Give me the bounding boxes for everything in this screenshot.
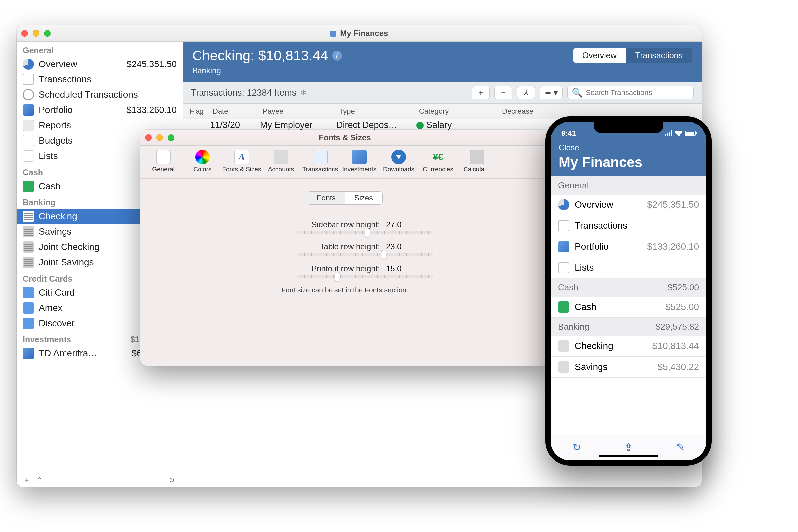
phone-time: 9:41 (561, 129, 576, 138)
split-button[interactable]: ⅄ (517, 86, 535, 99)
prefs-tab[interactable]: ¥€Currencies (418, 148, 457, 175)
phone-header: Close My Finances (551, 141, 706, 176)
phone-item-label: Overview (574, 200, 647, 210)
prefs-tab-icon: ¥€ (431, 150, 445, 164)
pref-row: Table row height:23.0 (160, 242, 529, 251)
prefs-tab-label: Calcula… (457, 166, 497, 173)
doc-icon (23, 74, 34, 85)
sidebar-item-label: Overview (39, 59, 124, 70)
phone-list-item[interactable]: Transactions (551, 215, 706, 236)
account-subtitle: Banking (192, 66, 342, 75)
phone-item-amount: $525.00 (665, 302, 699, 312)
sidebar-item[interactable]: Portfolio $133,260.10 (17, 102, 183, 118)
home-indicator[interactable] (598, 455, 658, 457)
prefs-tab[interactable]: Downloads (379, 148, 418, 175)
pref-slider[interactable] (297, 274, 433, 278)
prefs-tab-icon (195, 150, 210, 164)
column-header[interactable]: Payee (260, 106, 337, 117)
phone-list-item[interactable]: Lists (551, 258, 706, 278)
prefs-tab-icon (470, 150, 484, 164)
pref-slider[interactable] (297, 253, 433, 256)
fonts-sizes-segmented[interactable]: Fonts Sizes (307, 191, 383, 205)
column-header[interactable]: Date (210, 106, 260, 117)
column-header[interactable]: Flag (187, 106, 210, 117)
sidebar-item[interactable]: Scheduled Transactions (17, 87, 183, 102)
sidebar-group-header: General (17, 41, 183, 57)
view-options-button[interactable]: ≣ ▾ (540, 86, 563, 99)
sidebar-add-button[interactable]: + (22, 475, 32, 485)
info-icon[interactable]: i (332, 51, 342, 60)
list-icon (23, 150, 34, 162)
column-header[interactable]: Category (416, 106, 499, 117)
sidebar-item[interactable]: Overview $245,351.50 (17, 57, 183, 72)
prefs-tab-label: Accounts (261, 166, 301, 173)
gear-icon[interactable]: ✻ (300, 89, 306, 97)
phone-item-amount: $5,430.22 (657, 362, 699, 373)
sidebar-item-label: Savings (39, 226, 154, 237)
sidebar-refresh-button[interactable]: ↻ (166, 475, 177, 486)
phone-list-item[interactable]: Portfolio $133,260.10 (551, 236, 706, 258)
sidebar-collapse-button[interactable]: ⌃ (34, 475, 45, 485)
phone-section-header: General (551, 176, 706, 194)
prefs-tab-icon: A (234, 150, 249, 164)
prefs-title: Fonts & Sizes (140, 133, 549, 142)
slider-thumb[interactable] (365, 228, 370, 238)
phone-list-item[interactable]: Overview $245,351.50 (551, 194, 706, 215)
phone-share-button[interactable]: ⇪ (624, 441, 633, 453)
phone-list-item[interactable]: Savings $5,430.22 (551, 357, 706, 378)
bank-icon (23, 211, 34, 222)
prefs-tab[interactable]: General (144, 148, 183, 175)
pref-value: 27.0 (386, 220, 413, 229)
prefs-tab[interactable]: Investments (340, 148, 379, 175)
phone-item-label: Cash (574, 302, 665, 312)
seg-fonts[interactable]: Fonts (307, 191, 345, 205)
phone-screen: 9:41 Close My Finances General Overview … (551, 122, 706, 460)
phone-item-label: Savings (574, 362, 657, 373)
column-header[interactable]: Decrease (499, 106, 566, 117)
phone-list-item[interactable]: Cash $525.00 (551, 297, 706, 318)
search-icon: 🔍 (572, 88, 583, 98)
remove-transaction-button[interactable]: − (494, 86, 512, 99)
phone-list-item[interactable]: Checking $10,813.44 (551, 336, 706, 357)
seg-sizes[interactable]: Sizes (345, 191, 382, 205)
prefs-tab[interactable]: Transactions (301, 148, 340, 175)
prefs-tab-label: Investments (340, 166, 379, 173)
bars-icon (23, 135, 34, 146)
phone-close-button[interactable]: Close (558, 143, 698, 152)
sidebar-item[interactable]: Transactions (17, 72, 183, 87)
prefs-tab[interactable]: Colors (183, 148, 222, 175)
cash-icon (23, 180, 34, 192)
sidebar-item-label: Amex (39, 303, 151, 313)
tab-overview[interactable]: Overview (573, 48, 626, 63)
tab-transactions[interactable]: Transactions (626, 48, 692, 63)
account-header: Checking: $10,813.44 i Banking Overview … (183, 41, 702, 82)
pref-slider[interactable] (297, 231, 433, 234)
prefs-note: Font size can be set in the Fonts sectio… (160, 286, 529, 294)
calc-icon (23, 120, 34, 131)
phone-item-amount: $10,813.44 (652, 341, 699, 352)
search-input[interactable] (586, 89, 689, 97)
phone-section-header: Banking$29,575.82 (551, 318, 706, 336)
view-segmented-control[interactable]: Overview Transactions (573, 48, 692, 63)
pref-row: Sidebar row height:27.0 (160, 220, 529, 229)
prefs-tab-label: Fonts & Sizes (222, 166, 261, 173)
phone-notch (593, 122, 663, 133)
prefs-tab[interactable]: AFonts & Sizes (222, 148, 261, 175)
wifi-icon (675, 131, 682, 136)
phone-compose-button[interactable]: ✎ (676, 441, 685, 453)
prefs-tab[interactable]: Calcula… (457, 148, 497, 175)
sidebar-item-label: Checking (39, 211, 149, 222)
phone-item-amount: $245,351.50 (647, 200, 699, 210)
phone-refresh-button[interactable]: ↻ (573, 441, 581, 453)
bank-icon (558, 361, 569, 373)
search-field[interactable]: 🔍 (567, 86, 694, 99)
cash-icon (558, 301, 569, 312)
slider-thumb[interactable] (335, 272, 340, 281)
bank-icon (23, 226, 34, 238)
card-icon (23, 318, 34, 329)
slider-thumb[interactable] (381, 250, 386, 259)
column-header[interactable]: Type (337, 106, 416, 117)
add-transaction-button[interactable]: + (472, 86, 490, 99)
prefs-titlebar: Fonts & Sizes (140, 130, 549, 146)
prefs-tab[interactable]: Accounts (261, 148, 301, 175)
